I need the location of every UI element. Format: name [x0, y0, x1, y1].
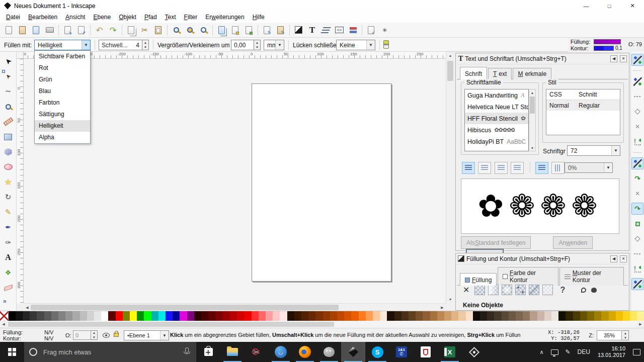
import-button[interactable]: ↘ [61, 24, 74, 37]
palette-swatch[interactable] [273, 311, 280, 321]
clock[interactable]: 16:10 13.01.2017 [594, 345, 629, 358]
palette-swatch[interactable] [509, 311, 516, 321]
font-list-item[interactable]: Hibiscus✿✿✿✿✿ [465, 124, 528, 136]
xml-editor-button[interactable]: <> [333, 24, 346, 37]
taskbar-diamond-app[interactable] [462, 342, 486, 362]
palette-swatch[interactable] [280, 311, 287, 321]
scroll-thumb[interactable] [530, 97, 535, 114]
font-list-item[interactable]: Guga HandwritingA [465, 89, 528, 101]
palette-swatch[interactable] [587, 311, 594, 321]
taskbar-firefox[interactable] [293, 342, 317, 362]
palette-swatch[interactable] [116, 311, 123, 321]
palette-swatch[interactable] [80, 311, 87, 321]
fill-color-swatch[interactable] [594, 39, 621, 44]
palette-swatch[interactable] [458, 311, 465, 321]
palette-swatch[interactable] [37, 311, 44, 321]
palette-swatch[interactable] [65, 311, 72, 321]
snap-dots-button[interactable] [631, 54, 643, 66]
taskbar-skype[interactable]: S [365, 342, 389, 362]
palette-swatch[interactable] [451, 311, 458, 321]
star-tool[interactable]: ★ [1, 174, 15, 190]
export-button[interactable]: ↗ [74, 24, 88, 37]
calligraphy-tool[interactable]: ✑ [1, 235, 15, 250]
vertical-text-button[interactable] [551, 162, 565, 174]
preferences-button[interactable]: ✶ [378, 24, 391, 37]
scroll-left-icon[interactable]: ◀ [0, 321, 7, 328]
threshold-field[interactable]: Schwell... 4 [99, 40, 142, 50]
snap-corner-button[interactable] [631, 263, 643, 275]
document-page[interactable] [252, 83, 391, 282]
toolbox-overflow-button[interactable]: » [3, 298, 7, 305]
palette-swatch[interactable] [9, 311, 16, 321]
palette-swatch[interactable] [266, 311, 273, 321]
taskbar-excel[interactable]: X [438, 342, 462, 362]
palette-swatch[interactable] [308, 311, 315, 321]
palette-swatch[interactable] [151, 311, 158, 321]
palette-swatch[interactable] [401, 311, 409, 321]
palette-swatch[interactable] [144, 311, 151, 321]
tab-muster-der-kontur[interactable]: Muster der Kontur [559, 267, 624, 286]
palette-swatch[interactable] [166, 311, 173, 321]
palette-scroll-thumb[interactable] [8, 322, 334, 327]
ellipse-tool[interactable] [1, 159, 15, 174]
undo-button[interactable]: ↶ [93, 24, 106, 37]
layer-lock-icon[interactable] [114, 330, 119, 337]
spiral-tool[interactable]: ↻ [1, 190, 15, 205]
selector-tool[interactable]: ➤ [1, 54, 15, 69]
palette-swatch[interactable] [623, 311, 630, 321]
minimize-button[interactable]: — [575, 0, 598, 12]
palette-swatch[interactable] [537, 311, 544, 321]
tab-farbe-der-kontur[interactable]: Farbe der Kontur [498, 267, 558, 286]
close-gaps-combobox[interactable]: Keine▼ [336, 40, 375, 50]
palette-swatch[interactable] [72, 311, 79, 321]
snap-curve-button[interactable]: ↷ [631, 203, 643, 215]
taskbar-snipping-tool[interactable]: ✂ [245, 342, 269, 362]
palette-swatch[interactable] [530, 311, 537, 321]
palette-swatch[interactable] [58, 311, 65, 321]
network-icon[interactable] [547, 342, 562, 362]
bezier-pen-tool[interactable]: ✒ [1, 220, 15, 235]
palette-swatch[interactable] [244, 311, 251, 321]
opacity-field[interactable]: 0 [73, 330, 91, 340]
horizontal-scroll-thumb[interactable] [31, 305, 339, 310]
align-left-button[interactable] [462, 162, 475, 174]
rectangle-tool[interactable] [1, 129, 15, 144]
layer-combobox[interactable]: •Ebene 1▼ [124, 330, 169, 340]
dropdown-option[interactable]: Rot [35, 62, 90, 74]
palette-swatch[interactable] [580, 311, 587, 321]
palette-swatch[interactable] [516, 311, 523, 321]
palette-swatch[interactable] [180, 311, 187, 321]
palette-swatch[interactable] [487, 311, 494, 321]
print-button[interactable] [43, 24, 56, 37]
scroll-right-icon[interactable]: ▶ [439, 304, 446, 311]
snap-dash-button[interactable] [631, 90, 643, 103]
palette-swatch[interactable] [30, 311, 37, 321]
swatch-button[interactable] [529, 285, 539, 295]
statusbar-stroke-value[interactable]: N/V [44, 335, 53, 341]
document-properties-button[interactable]: ✓ [364, 24, 378, 37]
palette-swatch[interactable] [344, 311, 351, 321]
taskbar-oneandone[interactable]: 1&1✆ [389, 342, 414, 362]
palette-swatch[interactable] [337, 311, 344, 321]
taskbar-inkscape[interactable] [341, 342, 365, 362]
palette-swatch[interactable] [380, 311, 387, 321]
tab-schrift[interactable]: Schrift [460, 67, 487, 79]
palette-swatch[interactable] [423, 311, 430, 321]
zoom-spinner[interactable]: ▲▼ [622, 330, 629, 340]
dropdown-option[interactable]: Blau [35, 85, 90, 97]
palette-swatch[interactable] [16, 311, 23, 321]
vertical-scroll-thumb[interactable] [447, 61, 453, 81]
scroll-up-icon[interactable]: ▲ [446, 52, 454, 59]
zoom-selection-button[interactable] [170, 24, 183, 37]
palette-swatch[interactable] [173, 311, 180, 321]
close-icon[interactable]: ✕ [620, 55, 627, 62]
taskbar-thunderbird[interactable]: ◡ [269, 342, 293, 362]
palette-scrollbar[interactable]: ◀ ▶ [0, 321, 644, 328]
unit-combobox[interactable]: mm▼ [264, 40, 284, 50]
close-button[interactable]: ✕ [621, 0, 644, 12]
text-dialog-button[interactable]: T [305, 24, 319, 37]
snap-dash-button[interactable] [631, 248, 643, 260]
dropdown-option[interactable]: Helligkeit [35, 120, 90, 132]
fill-stroke-dialog-button[interactable] [292, 24, 305, 37]
new-document-button[interactable] [2, 24, 16, 37]
